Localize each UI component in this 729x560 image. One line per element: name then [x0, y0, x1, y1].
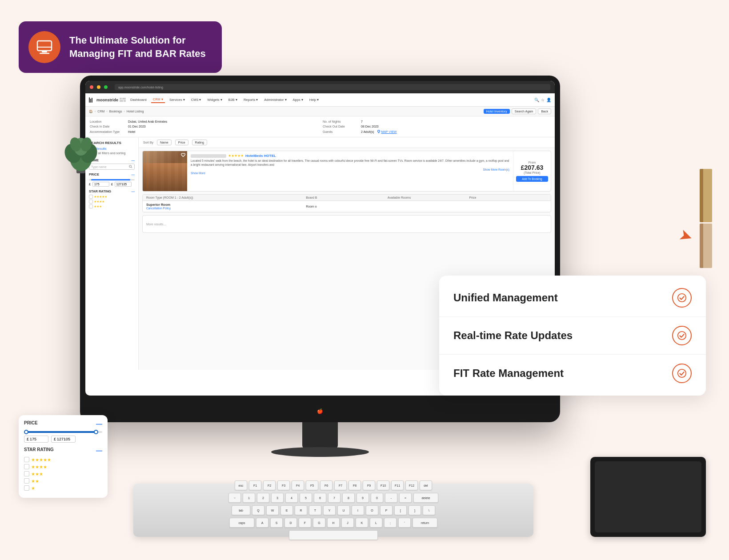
sort-price-button[interactable]: Price	[175, 140, 188, 145]
url-bar[interactable]: app.moonstride.com/hotel-listing	[118, 86, 163, 89]
key-esc[interactable]: esc	[235, 480, 247, 490]
close-dot[interactable]	[90, 85, 93, 89]
key-2[interactable]: 2	[257, 493, 269, 503]
key-f4[interactable]: F4	[292, 480, 304, 490]
hotel-wishlist-icon[interactable]	[181, 153, 185, 157]
key-f12[interactable]: F12	[405, 480, 418, 490]
sp-star-check-5[interactable]	[24, 457, 29, 462]
key-semicolon[interactable]: ;	[384, 518, 397, 528]
key-space[interactable]	[289, 530, 378, 540]
key-j[interactable]: J	[341, 518, 354, 528]
sp-slider-thumb-left[interactable]	[24, 430, 28, 434]
sp-star-check-4[interactable]	[24, 464, 29, 469]
key-return[interactable]: return	[413, 518, 437, 528]
map-view-button[interactable]: MAP VIEW	[377, 130, 397, 133]
key-backslash[interactable]: \	[423, 505, 435, 515]
sp-slider-track[interactable]	[24, 431, 102, 433]
star-check-3[interactable]	[89, 204, 93, 208]
cancellation-policy-link[interactable]: Cancellation Policy	[146, 207, 171, 210]
key-quote[interactable]: '	[398, 518, 411, 528]
key-f2[interactable]: F2	[263, 480, 276, 490]
price-filter-toggle[interactable]: —	[132, 172, 135, 176]
key-0[interactable]: 0	[371, 493, 383, 503]
price-max-input[interactable]	[115, 182, 132, 187]
show-more-link[interactable]: Show More	[191, 172, 205, 175]
name-filter-toggle[interactable]: —	[132, 158, 135, 162]
nav-services[interactable]: Services ▾	[168, 97, 187, 103]
sort-name-button[interactable]: Name	[157, 140, 172, 145]
sp-star-check-1[interactable]	[24, 485, 29, 491]
key-equal[interactable]: =	[399, 493, 412, 503]
sp-price-min-box[interactable]: £ 175	[24, 436, 48, 443]
key-r[interactable]: R	[295, 505, 307, 515]
nav-cms[interactable]: CMS ▾	[189, 97, 203, 103]
key-f8[interactable]: F8	[348, 480, 361, 490]
key-1[interactable]: 1	[243, 493, 255, 503]
star-icon[interactable]: ☆	[541, 98, 545, 102]
user-icon[interactable]: 👤	[546, 98, 551, 102]
key-9[interactable]: 9	[356, 493, 369, 503]
key-t[interactable]: T	[309, 505, 321, 515]
key-minus[interactable]: -	[385, 493, 397, 503]
sort-rating-button[interactable]: Rating	[192, 140, 207, 145]
nav-help[interactable]: Help ▾	[308, 97, 321, 103]
key-e[interactable]: E	[280, 505, 293, 515]
key-f9[interactable]: F9	[363, 480, 375, 490]
key-6[interactable]: 6	[314, 493, 326, 503]
key-l[interactable]: L	[370, 518, 382, 528]
key-f5[interactable]: F5	[306, 480, 318, 490]
key-4[interactable]: 4	[285, 493, 298, 503]
key-p[interactable]: P	[380, 505, 393, 515]
key-rbracket[interactable]: ]	[409, 505, 421, 515]
key-del[interactable]: del	[420, 480, 432, 490]
price-min-input[interactable]	[92, 182, 109, 187]
sp-star-toggle[interactable]: —	[96, 447, 102, 454]
sp-price-max-box[interactable]: £ 127105	[51, 436, 76, 443]
hotel-inventory-button[interactable]: Hotel Inventory	[484, 109, 510, 114]
breadcrumb-crm[interactable]: CRM	[97, 110, 104, 113]
key-5[interactable]: 5	[300, 493, 312, 503]
search-icon[interactable]: 🔍	[534, 98, 539, 102]
star-filter-toggle[interactable]: —	[132, 189, 135, 193]
sp-star-check-2[interactable]	[24, 478, 29, 484]
nav-admin[interactable]: Administrator ▾	[262, 97, 288, 103]
key-f1[interactable]: F1	[249, 480, 261, 490]
maximize-dot[interactable]	[104, 85, 108, 89]
breadcrumb-hotel-listing[interactable]: Hotel Listing	[127, 110, 144, 113]
star-check-4[interactable]	[89, 200, 93, 204]
key-delete[interactable]: delete	[413, 493, 438, 503]
nav-crm[interactable]: CRM ▾	[151, 96, 165, 103]
key-w[interactable]: W	[266, 505, 279, 515]
key-u[interactable]: U	[337, 505, 350, 515]
sp-price-toggle[interactable]: —	[96, 420, 102, 428]
sp-slider-thumb-right[interactable]	[94, 430, 98, 434]
add-to-booking-button[interactable]: Add To Booking	[516, 176, 548, 182]
breadcrumb-home[interactable]: 🏠	[89, 110, 93, 113]
nav-b2b[interactable]: B2B ▾	[227, 97, 239, 103]
key-f11[interactable]: F11	[391, 480, 404, 490]
search-again-button[interactable]: Search Again	[512, 108, 537, 114]
key-d[interactable]: D	[284, 518, 297, 528]
key-tab[interactable]: tab	[232, 505, 250, 515]
key-y[interactable]: Y	[323, 505, 336, 515]
minimize-dot[interactable]	[97, 85, 100, 89]
breadcrumb-bookings[interactable]: Bookings	[109, 110, 122, 113]
key-3[interactable]: 3	[271, 493, 284, 503]
key-f10[interactable]: F10	[377, 480, 389, 490]
back-button[interactable]: Back	[538, 108, 551, 114]
key-g[interactable]: G	[313, 518, 325, 528]
key-o[interactable]: O	[366, 505, 378, 515]
key-h[interactable]: H	[327, 518, 340, 528]
key-tilde[interactable]: ~	[228, 493, 241, 503]
hotel-name-link[interactable]: HotelBeds HOTEL	[245, 154, 276, 158]
key-i[interactable]: I	[352, 505, 364, 515]
nav-apps[interactable]: Apps ▾	[291, 97, 305, 103]
key-f6[interactable]: F6	[320, 480, 332, 490]
nav-dashboard[interactable]: Dashboard	[128, 97, 148, 103]
nav-reports[interactable]: Reports ▾	[242, 97, 260, 103]
show-rooms-link[interactable]: Show More Room(s)	[483, 168, 509, 171]
key-caps[interactable]: caps	[229, 518, 254, 528]
star-check-5[interactable]	[89, 195, 93, 199]
key-f3[interactable]: F3	[277, 480, 290, 490]
key-7[interactable]: 7	[328, 493, 340, 503]
